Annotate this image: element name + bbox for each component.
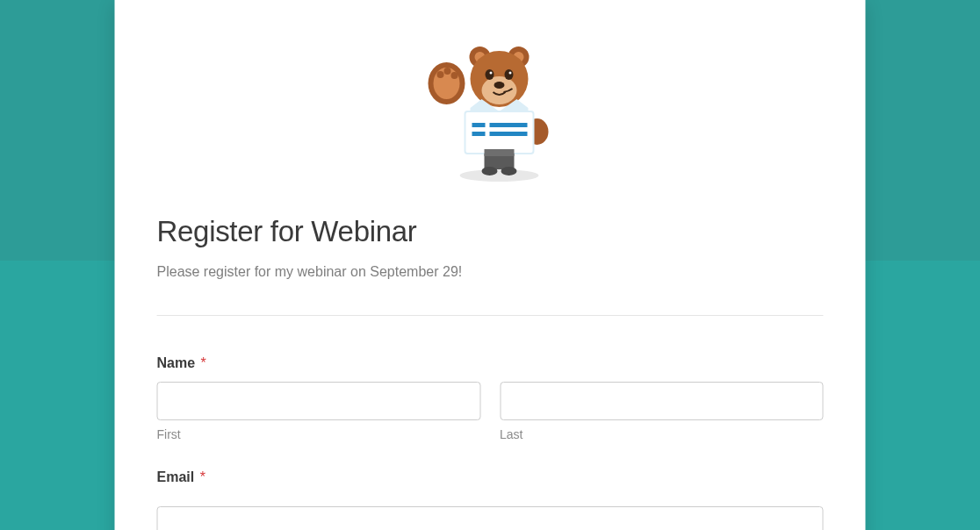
last-name-sublabel: Last <box>500 427 824 441</box>
name-field-group: Name * First Last <box>157 355 824 441</box>
svg-rect-19 <box>472 132 485 136</box>
svg-point-12 <box>485 69 494 80</box>
svg-point-11 <box>481 76 516 104</box>
svg-rect-21 <box>489 132 527 136</box>
required-indicator: * <box>201 355 206 370</box>
svg-point-13 <box>504 69 513 80</box>
divider <box>157 315 824 316</box>
svg-point-25 <box>481 167 497 175</box>
email-label-text: Email <box>157 469 195 485</box>
svg-point-2 <box>436 71 443 78</box>
email-field-group: Email * <box>157 469 824 530</box>
first-name-input[interactable] <box>157 382 481 420</box>
svg-point-4 <box>450 72 458 79</box>
required-indicator: * <box>200 469 205 484</box>
last-name-input[interactable] <box>500 382 824 420</box>
svg-rect-23 <box>484 149 514 156</box>
svg-point-15 <box>508 72 511 75</box>
svg-point-3 <box>443 68 450 75</box>
mascot-illustration <box>157 39 824 184</box>
form-title: Register for Webinar <box>157 215 824 248</box>
name-label-text: Name <box>157 355 196 371</box>
email-label: Email * <box>157 469 205 484</box>
first-name-column: First <box>157 382 481 441</box>
name-label: Name * <box>157 355 206 370</box>
svg-rect-18 <box>472 123 485 127</box>
form-description: Please register for my webinar on Septem… <box>157 264 824 280</box>
last-name-column: Last <box>500 382 824 441</box>
form-card: Register for Webinar Please register for… <box>115 0 866 530</box>
svg-point-16 <box>494 82 504 89</box>
svg-point-14 <box>489 72 492 75</box>
first-name-sublabel: First <box>157 427 481 441</box>
bear-mascot-icon <box>415 39 565 184</box>
svg-point-24 <box>459 169 538 182</box>
svg-point-26 <box>501 167 516 175</box>
email-input[interactable] <box>157 506 824 530</box>
svg-rect-20 <box>489 123 527 127</box>
